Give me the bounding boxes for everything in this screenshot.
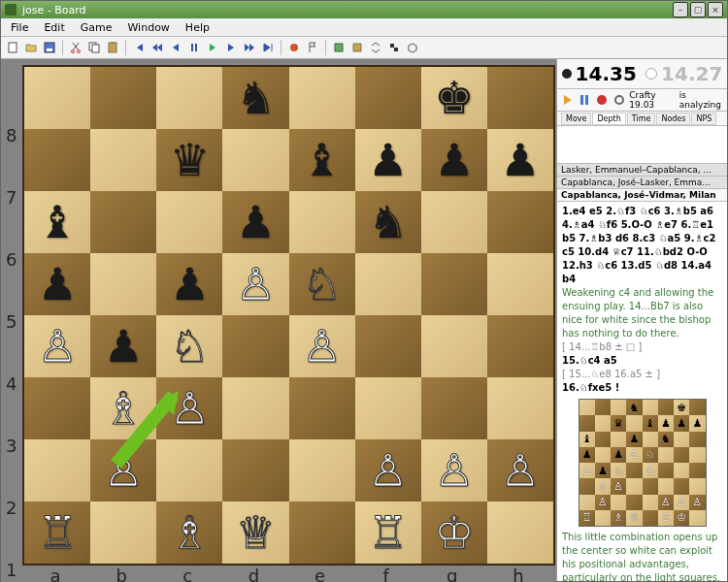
square-e8[interactable] [289, 67, 355, 129]
engine-stop-icon[interactable] [595, 92, 609, 108]
flag-icon[interactable] [305, 40, 320, 55]
piece-bB[interactable]: ♝ [37, 200, 77, 244]
square-g2[interactable]: ♙ [421, 439, 487, 501]
titlebar[interactable]: jose - Board – ▢ × [1, 1, 727, 18]
square-b7[interactable] [90, 129, 156, 191]
square-a1[interactable]: ♖ [24, 501, 90, 564]
engine-pause-icon[interactable] [579, 92, 592, 108]
piece-wP[interactable]: ♙ [302, 324, 342, 369]
square-h2[interactable]: ♙ [487, 439, 553, 501]
square-e5[interactable]: ♘ [289, 253, 355, 315]
back-icon[interactable] [168, 40, 183, 55]
menu-game[interactable]: Game [73, 19, 120, 36]
close-button[interactable]: × [708, 2, 723, 17]
menu-edit[interactable]: Edit [36, 19, 72, 36]
copy-icon[interactable] [86, 40, 102, 55]
piece-bP[interactable]: ♟ [434, 138, 474, 182]
square-d4[interactable] [222, 315, 288, 377]
square-f8[interactable] [355, 67, 421, 129]
square-g8[interactable]: ♚ [421, 67, 487, 129]
piece-bK[interactable]: ♚ [434, 76, 474, 120]
square-e1[interactable] [289, 501, 355, 564]
square-d6[interactable]: ♟ [222, 191, 288, 253]
piece-bB[interactable]: ♝ [302, 138, 342, 182]
coords-icon[interactable] [386, 40, 402, 55]
square-d8[interactable]: ♞ [222, 67, 288, 129]
square-c3[interactable]: ♙ [156, 377, 222, 439]
piece-wR[interactable]: ♖ [368, 510, 408, 555]
square-f1[interactable]: ♖ [355, 501, 421, 564]
piece-bP[interactable]: ♟ [368, 138, 408, 182]
square-f4[interactable] [355, 315, 421, 377]
engine-icon[interactable] [331, 40, 347, 55]
square-a5[interactable]: ♟ [24, 253, 90, 315]
new-icon[interactable] [5, 40, 20, 55]
square-b3[interactable]: ♗ [90, 377, 156, 439]
piece-wB[interactable]: ♗ [104, 386, 144, 431]
piece-bQ[interactable]: ♛ [170, 138, 210, 182]
first-icon[interactable] [131, 40, 147, 55]
notation-panel[interactable]: 1.e4 e5 2.♘f3 ♘c6 3.♗b5 a6 4.♗a4 ♘f6 5.O… [557, 202, 727, 581]
game-tab-0[interactable]: Lasker, Emmanuel–Capablanca, ... [557, 164, 727, 177]
square-g1[interactable]: ♔ [421, 501, 487, 564]
engine-tab-move[interactable]: Move [561, 113, 591, 125]
square-a7[interactable] [24, 129, 90, 191]
square-b4[interactable]: ♟ [90, 315, 156, 377]
square-d1[interactable]: ♕ [222, 501, 288, 564]
square-c6[interactable] [156, 191, 222, 253]
square-h1[interactable] [487, 501, 553, 564]
square-a2[interactable] [24, 439, 90, 501]
piece-wQ[interactable]: ♕ [236, 510, 276, 555]
flip-icon[interactable] [368, 40, 383, 55]
square-b2[interactable]: ♙ [90, 439, 156, 501]
pause-icon[interactable] [186, 40, 202, 55]
square-e6[interactable] [289, 191, 355, 253]
square-g6[interactable] [421, 191, 487, 253]
game-tab-1[interactable]: Capablanca, José–Lasker, Emma... [557, 177, 727, 189]
engine-tab-nodes[interactable]: Nodes [656, 113, 690, 125]
game-tab-2[interactable]: Capablanca, José–Vidmar, Milan [557, 189, 727, 202]
square-h6[interactable] [487, 191, 553, 253]
minimize-button[interactable]: – [673, 2, 688, 17]
square-h4[interactable] [487, 315, 553, 377]
piece-bN[interactable]: ♞ [236, 76, 276, 120]
square-b6[interactable] [90, 191, 156, 253]
piece-bN[interactable]: ♞ [368, 200, 408, 244]
square-f2[interactable]: ♙ [355, 439, 421, 501]
piece-wP[interactable]: ♙ [104, 448, 144, 493]
engine-settings-icon[interactable] [612, 92, 626, 108]
open-icon[interactable] [23, 40, 39, 55]
square-g4[interactable] [421, 315, 487, 377]
piece-bP[interactable]: ♟ [500, 138, 540, 182]
square-b1[interactable] [90, 501, 156, 564]
square-c8[interactable] [156, 67, 222, 129]
square-g7[interactable]: ♟ [421, 129, 487, 191]
square-h5[interactable] [487, 253, 553, 315]
piece-wP[interactable]: ♙ [500, 448, 540, 493]
fwd-icon[interactable] [223, 40, 239, 55]
piece-bP[interactable]: ♟ [170, 262, 210, 307]
engine-play-icon[interactable] [561, 92, 575, 108]
last-icon[interactable] [260, 40, 276, 55]
square-d7[interactable] [222, 129, 288, 191]
square-b8[interactable] [90, 67, 156, 129]
book-icon[interactable] [349, 40, 365, 55]
square-c2[interactable] [156, 439, 222, 501]
square-h8[interactable] [487, 67, 553, 129]
square-h3[interactable] [487, 377, 553, 439]
square-e2[interactable] [289, 439, 355, 501]
square-f5[interactable] [355, 253, 421, 315]
square-a6[interactable]: ♝ [24, 191, 90, 253]
square-c1[interactable]: ♗ [156, 501, 222, 564]
square-e7[interactable]: ♝ [289, 129, 355, 191]
hand-icon[interactable] [286, 40, 302, 55]
square-e3[interactable] [289, 377, 355, 439]
piece-wP[interactable]: ♙ [170, 386, 210, 431]
maximize-button[interactable]: ▢ [690, 2, 706, 17]
piece-wP[interactable]: ♙ [368, 448, 408, 493]
square-d3[interactable] [222, 377, 288, 439]
cut-icon[interactable] [68, 40, 83, 55]
square-f3[interactable] [355, 377, 421, 439]
square-a4[interactable]: ♙ [24, 315, 90, 377]
3d-icon[interactable] [405, 40, 420, 55]
